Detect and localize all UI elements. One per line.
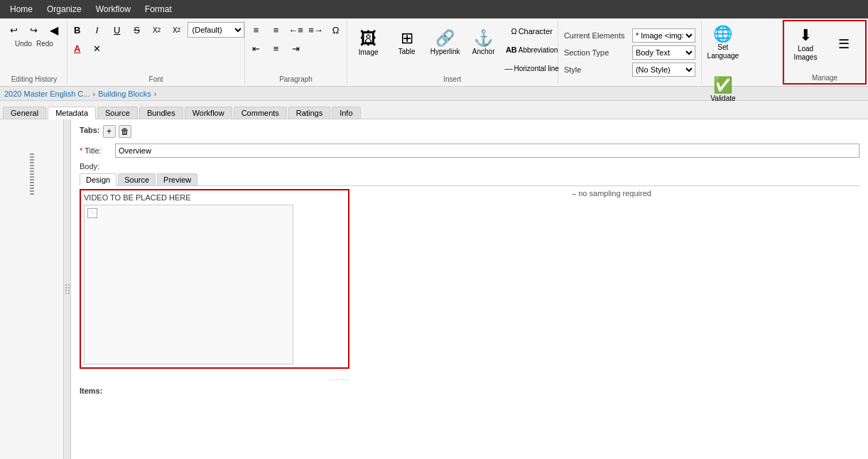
anchor-label: Anchor [472,48,495,56]
inner-tabs-bar: Design Source Preview [80,173,859,186]
drag-handle[interactable] [64,119,71,459]
tab-source[interactable]: Source [97,107,138,119]
validate-button[interactable]: ✅ Validate [705,68,742,112]
load-images-icon: ⬇ [799,28,812,43]
extra-icon: ☰ [838,38,850,50]
superscript-button[interactable]: X2 [168,21,186,38]
insert-table-button[interactable]: ⊞ Table [389,21,425,65]
items-section: Items: [80,387,859,395]
clear-format-button[interactable]: ✕ [88,40,107,57]
tab-bundles[interactable]: Bundles [139,107,183,119]
inner-tab-preview[interactable]: Preview [157,173,197,185]
indent-decrease-button[interactable]: ←≡ [287,21,305,38]
tab-metadata[interactable]: Metadata [48,107,96,119]
title-input[interactable] [115,144,859,158]
undo-button[interactable]: ↩ [5,21,23,38]
extra-manage-button[interactable]: ☰ [825,23,862,67]
editing-history-section: ↩ ↪ ◀ Undo Redo Editing History [1,20,67,85]
breadcrumb-item2[interactable]: Building Blocks [98,90,151,98]
title-label: * Title: [80,146,115,155]
validate-label: Validate [710,94,735,103]
insert-hyperlink-button[interactable]: 🔗 Hyperlink [427,21,464,65]
align-left-button[interactable]: ⇤ [247,40,266,57]
abbreviation-button[interactable]: AB Abbreviation [504,41,560,58]
italic-button[interactable]: I [88,21,107,38]
set-language-label: Set Language [707,43,739,60]
subscript-button[interactable]: X2 [148,21,166,38]
tab-ratings[interactable]: Ratings [288,107,330,119]
font-section-label: Font [67,75,244,83]
numbered-button[interactable]: ≡ [267,21,286,38]
character-button[interactable]: Ω Character [504,23,560,40]
breadcrumb-item1[interactable]: 2020 Master English C... [4,90,89,98]
style-label: Style [564,65,628,74]
broken-image-icon: ␕ [90,210,94,217]
strikethrough-button[interactable]: S [128,21,146,38]
tabs-label: Tabs: [80,126,100,134]
menu-organize[interactable]: Organize [40,3,89,16]
menu-workflow[interactable]: Workflow [89,3,138,16]
insert-image-button[interactable]: 🖼 Image [350,21,387,65]
current-elements-label: Current Elements [564,31,628,40]
delete-tab-button[interactable]: 🗑 [119,125,131,138]
table-label: Table [398,48,416,56]
inner-tab-source[interactable]: Source [118,173,156,185]
character-label: Character [519,27,553,36]
menu-format[interactable]: Format [138,3,179,16]
omega-icon: Ω [511,27,516,36]
menu-home[interactable]: Home [3,3,40,16]
title-field-row: * Title: [80,144,859,158]
load-images-button[interactable]: ⬇ Load Images [787,23,824,67]
main-toolbar: ↩ ↪ ◀ Undo Redo Editing History B I U S … [0,18,868,87]
font-color-button[interactable]: A [68,40,87,57]
horizontal-rule-button[interactable]: — Horizontal line [504,60,560,77]
special-char-button[interactable]: Ω [327,21,345,38]
required-asterisk: * [80,146,82,155]
inner-tab-design[interactable]: Design [80,173,116,186]
align-right-button[interactable]: ⇥ [287,40,305,57]
tab-info[interactable]: Info [332,107,360,119]
align-center-button[interactable]: ≡ [267,40,286,57]
section-type-select[interactable]: Body Text [632,45,695,60]
add-tab-button[interactable]: + [103,125,116,138]
section-type-label: Section Type [564,48,628,57]
load-images-label: Load Images [789,45,822,62]
breadcrumb-separator1: › [92,90,95,98]
paragraph-section-label: Paragraph [245,75,346,83]
bold-button[interactable]: B [68,21,87,38]
left-panel-dots [30,153,34,196]
font-select[interactable]: (Default) [188,22,244,38]
image-box: ␕ [84,205,293,364]
resize-handle[interactable]: ⋯⋯⋯ [80,376,349,384]
editor-row: VIDEO TO BE PLACED HERE ␕ – no sampling … [80,189,859,374]
image-label: Image [359,48,379,57]
bullets-button[interactable]: ≡ [247,21,266,38]
tab-general[interactable]: General [3,107,46,119]
indent-increase-button[interactable]: ≡→ [307,21,325,38]
underline-button[interactable]: U [108,21,126,38]
table-icon: ⊞ [401,31,413,46]
tools-section: 🌐 Set Language ✅ Validate [702,20,783,85]
hr-icon: — [504,64,512,72]
resize-dots: ⋯⋯⋯ [328,376,349,384]
redo-label: Redo [36,40,53,48]
tab-workflow[interactable]: Workflow [185,107,232,119]
insert-section-label: Insert [347,75,558,83]
drag-handle-dots [65,284,70,294]
style-section: Current Elements * Image <img> Section T… [558,20,702,85]
current-elements-select[interactable]: * Image <img> [632,28,695,43]
anchor-icon: ⚓ [474,31,493,46]
video-placeholder-text: VIDEO TO BE PLACED HERE [84,193,345,202]
redo-button[interactable]: ↪ [25,21,43,38]
undo-label: Undo [15,40,32,48]
font-section: B I U S X2 X2 (Default) A ✕ Font [67,20,245,85]
set-language-button[interactable]: 🌐 Set Language [705,21,742,65]
style-select-field[interactable]: (No Style) [632,63,695,77]
validate-icon: ✅ [713,77,732,93]
tab-comments[interactable]: Comments [234,107,287,119]
breadcrumb-separator2: › [154,90,157,98]
hyperlink-icon: 🔗 [435,31,455,46]
insert-anchor-button[interactable]: ⚓ Anchor [465,21,502,65]
tabs-controls: Tabs: + 🗑 [80,125,859,138]
cursor-indicator: ◀ [45,21,63,38]
